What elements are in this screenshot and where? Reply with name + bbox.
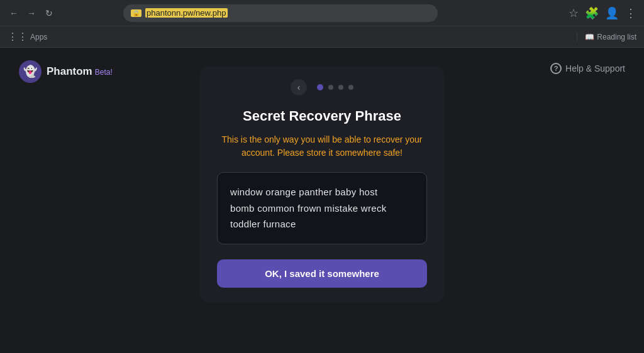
reading-list-label: Reading list — [597, 33, 636, 41]
apps-button[interactable]: ⋮⋮ Apps — [8, 31, 47, 43]
phantom-name: PhantomBeta! — [47, 65, 113, 78]
refresh-button[interactable]: ↻ — [43, 7, 55, 19]
phantom-logo: 👻 PhantomBeta! — [19, 60, 113, 83]
back-button[interactable]: ← — [8, 7, 20, 19]
seed-phrase-line-1: window orange panther baby host — [230, 184, 414, 200]
card-title: Secret Recovery Phrase — [217, 108, 427, 124]
pagination-dot-4 — [348, 85, 353, 90]
bookmark-icon[interactable]: ☆ — [569, 6, 579, 20]
help-support-button[interactable]: ? Help & Support — [550, 63, 625, 74]
help-support-label: Help & Support — [565, 63, 625, 73]
seed-phrase-box: window orange panther baby host bomb com… — [217, 172, 427, 244]
warning-text: This is the only way you will be able to… — [217, 133, 427, 160]
reading-list-icon: 📖 — [585, 33, 594, 41]
recovery-phrase-card: ‹ Secret Recovery Phrase This is the onl… — [199, 67, 445, 303]
bookmarks-bar: ⋮⋮ Apps 📖 Reading list — [0, 26, 644, 48]
browser-bar: ← → ↻ 🔒 phantonn.pw/new.php ☆ 🧩 👤 ⋮ — [0, 0, 644, 26]
pagination-dot-3 — [338, 85, 343, 90]
pagination: ‹ — [217, 79, 427, 95]
ok-saved-button[interactable]: OK, I saved it somewhere — [217, 259, 427, 288]
pagination-dot-2 — [328, 85, 333, 90]
profile-icon[interactable]: 👤 — [605, 6, 619, 20]
reading-list-button[interactable]: 📖 Reading list — [577, 33, 636, 41]
apps-grid-icon: ⋮⋮ — [8, 31, 28, 43]
page-content: 👻 PhantomBeta! ? Help & Support ‹ Secret… — [0, 48, 644, 353]
pagination-dot-1 — [317, 84, 323, 90]
help-question-icon: ? — [550, 63, 562, 74]
phantom-icon: 👻 — [19, 60, 42, 83]
seed-phrase-line-3: toddler furnace — [230, 216, 414, 232]
extensions-icon[interactable]: 🧩 — [585, 6, 599, 20]
lock-icon: 🔒 — [131, 9, 142, 17]
seed-phrase-line-2: bomb common frown mistake wreck — [230, 200, 414, 217]
prev-button[interactable]: ‹ — [291, 79, 307, 95]
menu-icon[interactable]: ⋮ — [625, 6, 636, 20]
phantom-beta-label: Beta! — [95, 68, 113, 77]
browser-actions: ☆ 🧩 👤 ⋮ — [569, 6, 636, 20]
forward-button[interactable]: → — [25, 7, 38, 19]
address-bar[interactable]: 🔒 phantonn.pw/new.php — [123, 4, 438, 22]
address-text: phantonn.pw/new.php — [145, 8, 228, 18]
apps-label: Apps — [30, 33, 47, 41]
